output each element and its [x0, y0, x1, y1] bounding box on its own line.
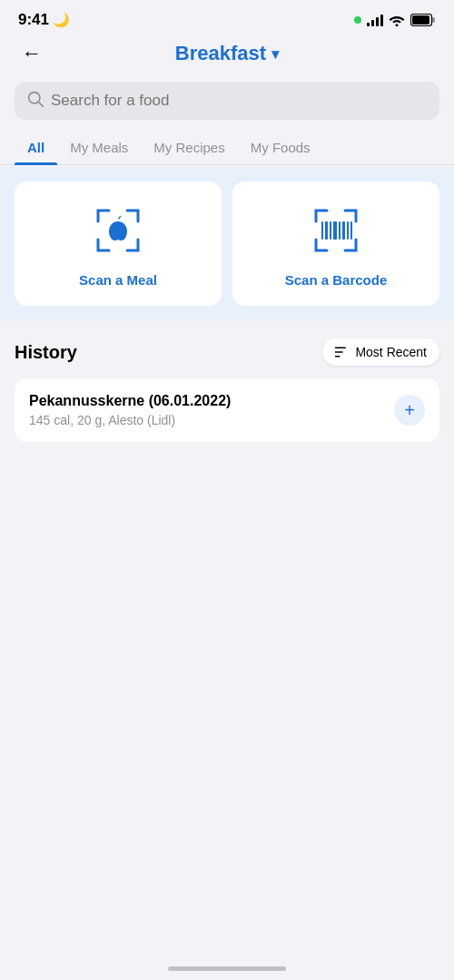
scan-barcode-icon: [309, 203, 363, 261]
back-button[interactable]: ←: [15, 38, 49, 69]
scan-area: Scan a Meal Scan a Barcode: [0, 167, 454, 320]
scan-meal-label: Scan a Meal: [79, 272, 157, 288]
sort-button[interactable]: Most Recent: [322, 338, 439, 366]
nav-title-text: Breakfast: [175, 42, 266, 65]
svg-rect-7: [330, 221, 331, 240]
tab-my-recipes[interactable]: My Recipes: [141, 131, 237, 164]
sort-label: Most Recent: [355, 345, 427, 359]
battery-icon: [410, 14, 436, 26]
history-item-info: Pekannusskerne (06.01.2022) 145 cal, 20 …: [29, 393, 231, 427]
svg-rect-9: [339, 221, 340, 240]
moon-icon: 🌙: [53, 12, 70, 28]
history-item-name: Pekannusskerne (06.01.2022): [29, 393, 231, 409]
green-dot-indicator: [354, 16, 361, 24]
svg-rect-2: [432, 17, 435, 23]
scan-barcode-label: Scan a Barcode: [285, 272, 388, 288]
search-bar: [15, 82, 439, 120]
add-to-log-button[interactable]: +: [394, 395, 425, 426]
tab-my-meals[interactable]: My Meals: [57, 131, 141, 164]
sort-icon: [335, 346, 350, 358]
status-icons: [354, 14, 436, 26]
search-icon: [27, 91, 44, 111]
tab-all[interactable]: All: [15, 131, 57, 164]
svg-rect-5: [321, 221, 323, 240]
history-item: Pekannusskerne (06.01.2022) 145 cal, 20 …: [15, 378, 439, 442]
status-time: 9:41: [18, 11, 49, 29]
search-container: [0, 76, 454, 131]
signal-icon: [367, 14, 383, 26]
svg-rect-12: [350, 221, 352, 240]
history-header: History Most Recent: [15, 338, 439, 366]
nav-title: Breakfast ▾: [175, 42, 279, 65]
home-indicator: [168, 966, 286, 971]
history-section: History Most Recent Pekannusskerne (06.0…: [0, 320, 454, 449]
svg-rect-8: [333, 221, 337, 240]
svg-point-3: [29, 93, 40, 103]
scan-meal-icon: [91, 203, 145, 261]
history-item-details: 145 cal, 20 g, Alesto (Lidl): [29, 413, 231, 427]
nav-bar: ← Breakfast ▾: [0, 34, 454, 76]
tab-my-foods[interactable]: My Foods: [238, 131, 323, 164]
scan-barcode-card[interactable]: Scan a Barcode: [232, 181, 439, 306]
wifi-icon: [389, 14, 405, 26]
svg-rect-6: [325, 221, 328, 240]
svg-rect-1: [412, 15, 429, 24]
status-bar: 9:41 🌙: [0, 0, 454, 34]
history-title: History: [15, 342, 77, 363]
svg-line-4: [39, 103, 44, 107]
svg-rect-10: [342, 221, 345, 240]
chevron-down-icon: ▾: [271, 45, 279, 63]
tabs: All My Meals My Recipes My Foods: [0, 131, 454, 165]
scan-meal-card[interactable]: Scan a Meal: [15, 181, 222, 306]
svg-rect-11: [347, 221, 349, 240]
search-input[interactable]: [51, 92, 427, 110]
